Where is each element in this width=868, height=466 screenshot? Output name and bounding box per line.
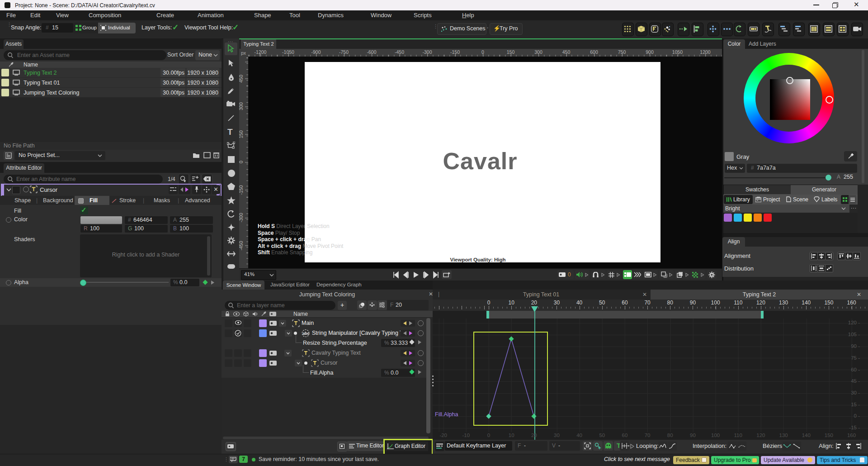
svg-text:abc: abc	[303, 331, 310, 336]
